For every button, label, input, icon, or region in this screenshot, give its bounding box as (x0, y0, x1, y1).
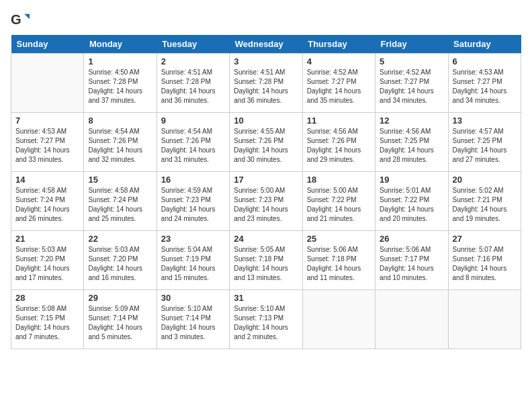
cell-content: Sunrise: 5:00 AMSunset: 7:23 PMDaylight:… (234, 186, 298, 224)
day-number: 10 (234, 116, 298, 126)
day-number: 24 (234, 234, 298, 244)
day-header-wednesday: Wednesday (230, 35, 302, 54)
calendar-cell: 13Sunrise: 4:57 AMSunset: 7:25 PMDayligh… (448, 113, 521, 172)
day-number: 1 (88, 56, 152, 66)
calendar-cell: 26Sunrise: 5:06 AMSunset: 7:17 PMDayligh… (375, 231, 448, 290)
calendar-cell: 17Sunrise: 5:00 AMSunset: 7:23 PMDayligh… (230, 172, 302, 231)
cell-content: Sunrise: 5:07 AMSunset: 7:16 PMDaylight:… (453, 245, 517, 283)
day-number: 22 (88, 234, 152, 244)
cell-content: Sunrise: 4:53 AMSunset: 7:27 PMDaylight:… (15, 127, 79, 165)
day-number: 23 (161, 234, 225, 244)
day-header-tuesday: Tuesday (157, 35, 229, 54)
calendar-week-row: 7Sunrise: 4:53 AMSunset: 7:27 PMDaylight… (11, 113, 521, 172)
cell-content: Sunrise: 4:54 AMSunset: 7:26 PMDaylight:… (161, 127, 225, 165)
cell-content: Sunrise: 4:58 AMSunset: 7:24 PMDaylight:… (15, 186, 79, 224)
day-number: 29 (88, 293, 152, 303)
cell-content: Sunrise: 4:52 AMSunset: 7:27 PMDaylight:… (307, 68, 371, 105)
day-number: 30 (161, 293, 225, 303)
logo-icon: G (11, 11, 30, 30)
cell-content: Sunrise: 5:03 AMSunset: 7:20 PMDaylight:… (88, 245, 152, 283)
calendar-cell: 30Sunrise: 5:10 AMSunset: 7:14 PMDayligh… (157, 290, 229, 349)
cell-content: Sunrise: 4:56 AMSunset: 7:25 PMDaylight:… (380, 127, 443, 165)
calendar-cell: 31Sunrise: 5:10 AMSunset: 7:13 PMDayligh… (230, 290, 302, 349)
day-number: 9 (161, 116, 225, 126)
day-number: 12 (380, 116, 443, 126)
cell-content: Sunrise: 5:02 AMSunset: 7:21 PMDaylight:… (453, 186, 517, 224)
day-header-thursday: Thursday (302, 35, 375, 54)
calendar-cell: 10Sunrise: 4:55 AMSunset: 7:26 PMDayligh… (230, 113, 302, 172)
calendar-cell: 21Sunrise: 5:03 AMSunset: 7:20 PMDayligh… (11, 231, 84, 290)
calendar-cell: 6Sunrise: 4:53 AMSunset: 7:27 PMDaylight… (448, 54, 521, 113)
logo: G (11, 11, 32, 30)
day-number: 7 (15, 116, 79, 126)
day-number: 15 (88, 175, 152, 185)
calendar-cell: 7Sunrise: 4:53 AMSunset: 7:27 PMDaylight… (11, 113, 84, 172)
cell-content: Sunrise: 4:59 AMSunset: 7:23 PMDaylight:… (161, 186, 225, 224)
cell-content: Sunrise: 4:58 AMSunset: 7:24 PMDaylight:… (88, 186, 152, 224)
calendar-cell: 12Sunrise: 4:56 AMSunset: 7:25 PMDayligh… (375, 113, 448, 172)
cell-content: Sunrise: 5:00 AMSunset: 7:22 PMDaylight:… (307, 186, 371, 224)
cell-content: Sunrise: 5:09 AMSunset: 7:14 PMDaylight:… (88, 304, 152, 342)
svg-text:G: G (11, 12, 21, 27)
cell-content: Sunrise: 4:53 AMSunset: 7:27 PMDaylight:… (453, 68, 517, 105)
cell-content: Sunrise: 4:55 AMSunset: 7:26 PMDaylight:… (234, 127, 298, 165)
cell-content: Sunrise: 5:10 AMSunset: 7:14 PMDaylight:… (161, 304, 225, 342)
cell-content: Sunrise: 5:03 AMSunset: 7:20 PMDaylight:… (15, 245, 79, 283)
calendar-cell: 16Sunrise: 4:59 AMSunset: 7:23 PMDayligh… (157, 172, 229, 231)
calendar-cell: 9Sunrise: 4:54 AMSunset: 7:26 PMDaylight… (157, 113, 229, 172)
calendar-cell: 11Sunrise: 4:56 AMSunset: 7:26 PMDayligh… (302, 113, 375, 172)
calendar-cell: 8Sunrise: 4:54 AMSunset: 7:26 PMDaylight… (84, 113, 157, 172)
day-number: 5 (380, 56, 443, 66)
calendar-cell: 5Sunrise: 4:52 AMSunset: 7:27 PMDaylight… (375, 54, 448, 113)
day-header-sunday: Sunday (11, 35, 84, 54)
day-number: 25 (307, 234, 371, 244)
day-number: 3 (234, 56, 298, 66)
calendar-cell (302, 290, 375, 349)
calendar-cell: 19Sunrise: 5:01 AMSunset: 7:22 PMDayligh… (375, 172, 448, 231)
calendar-cell: 1Sunrise: 4:50 AMSunset: 7:28 PMDaylight… (84, 54, 157, 113)
day-number: 19 (380, 175, 443, 185)
svg-marker-1 (24, 14, 30, 19)
day-number: 14 (15, 175, 79, 185)
day-number: 27 (453, 234, 517, 244)
cell-content: Sunrise: 5:08 AMSunset: 7:15 PMDaylight:… (15, 304, 79, 342)
day-number: 21 (15, 234, 79, 244)
cell-content: Sunrise: 4:54 AMSunset: 7:26 PMDaylight:… (88, 127, 152, 165)
calendar-cell: 27Sunrise: 5:07 AMSunset: 7:16 PMDayligh… (448, 231, 521, 290)
day-number: 11 (307, 116, 371, 126)
cell-content: Sunrise: 4:51 AMSunset: 7:28 PMDaylight:… (234, 68, 298, 105)
cell-content: Sunrise: 5:01 AMSunset: 7:22 PMDaylight:… (380, 186, 443, 224)
calendar-cell: 28Sunrise: 5:08 AMSunset: 7:15 PMDayligh… (11, 290, 84, 349)
cell-content: Sunrise: 4:56 AMSunset: 7:26 PMDaylight:… (307, 127, 371, 165)
cell-content: Sunrise: 4:52 AMSunset: 7:27 PMDaylight:… (380, 68, 443, 105)
cell-content: Sunrise: 5:06 AMSunset: 7:17 PMDaylight:… (380, 245, 443, 283)
calendar-cell (375, 290, 448, 349)
calendar-cell: 2Sunrise: 4:51 AMSunset: 7:28 PMDaylight… (157, 54, 229, 113)
calendar-cell (11, 54, 84, 113)
day-number: 28 (15, 293, 79, 303)
cell-content: Sunrise: 5:05 AMSunset: 7:18 PMDaylight:… (234, 245, 298, 283)
day-number: 2 (161, 56, 225, 66)
day-number: 8 (88, 116, 152, 126)
calendar-cell: 3Sunrise: 4:51 AMSunset: 7:28 PMDaylight… (230, 54, 302, 113)
day-header-friday: Friday (375, 35, 448, 54)
calendar-cell: 14Sunrise: 4:58 AMSunset: 7:24 PMDayligh… (11, 172, 84, 231)
cell-content: Sunrise: 5:10 AMSunset: 7:13 PMDaylight:… (234, 304, 298, 342)
day-header-monday: Monday (84, 35, 157, 54)
day-number: 4 (307, 56, 371, 66)
calendar-cell: 25Sunrise: 5:06 AMSunset: 7:18 PMDayligh… (302, 231, 375, 290)
calendar-cell (448, 290, 521, 349)
calendar-cell: 22Sunrise: 5:03 AMSunset: 7:20 PMDayligh… (84, 231, 157, 290)
cell-content: Sunrise: 4:51 AMSunset: 7:28 PMDaylight:… (161, 68, 225, 105)
cell-content: Sunrise: 4:57 AMSunset: 7:25 PMDaylight:… (453, 127, 517, 165)
calendar-cell: 18Sunrise: 5:00 AMSunset: 7:22 PMDayligh… (302, 172, 375, 231)
calendar-week-row: 21Sunrise: 5:03 AMSunset: 7:20 PMDayligh… (11, 231, 521, 290)
calendar-cell: 15Sunrise: 4:58 AMSunset: 7:24 PMDayligh… (84, 172, 157, 231)
cell-content: Sunrise: 5:04 AMSunset: 7:19 PMDaylight:… (161, 245, 225, 283)
calendar-week-row: 14Sunrise: 4:58 AMSunset: 7:24 PMDayligh… (11, 172, 521, 231)
calendar-cell: 24Sunrise: 5:05 AMSunset: 7:18 PMDayligh… (230, 231, 302, 290)
day-number: 20 (453, 175, 517, 185)
calendar-header-row: SundayMondayTuesdayWednesdayThursdayFrid… (11, 35, 521, 54)
cell-content: Sunrise: 4:50 AMSunset: 7:28 PMDaylight:… (88, 68, 152, 105)
day-number: 26 (380, 234, 443, 244)
